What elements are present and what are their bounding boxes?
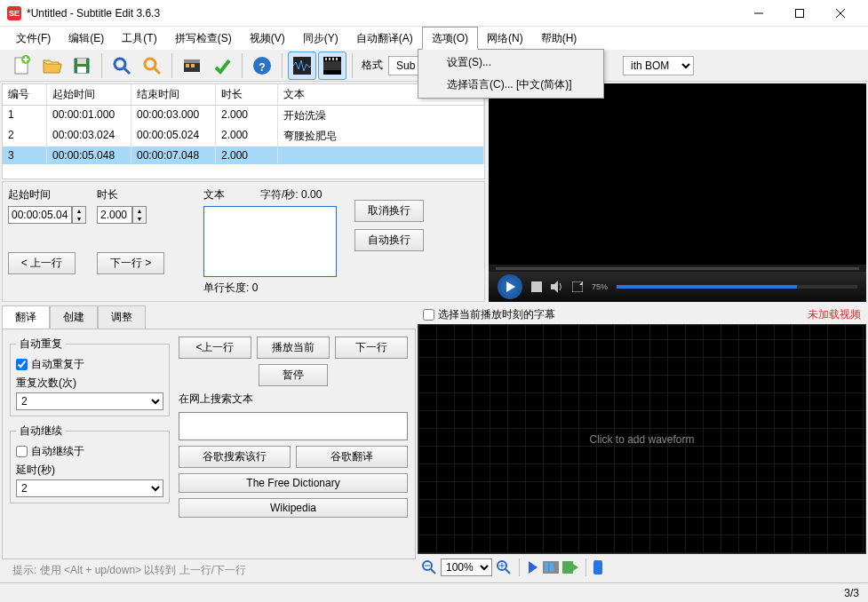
svg-rect-25 <box>325 58 327 60</box>
svg-rect-28 <box>336 58 338 60</box>
nav-next-button[interactable]: 下一行 <box>335 337 408 359</box>
menu-spellcheck[interactable]: 拼写检查(S) <box>166 27 241 50</box>
col-header-num[interactable]: 编号 <box>3 84 47 105</box>
waveform-toggle-icon[interactable] <box>288 51 316 80</box>
chevron-down-icon[interactable]: ▼ <box>73 215 85 223</box>
menu-video[interactable]: 视频(V) <box>241 27 294 50</box>
video-toggle-icon[interactable] <box>318 51 346 80</box>
wf-jump-icon[interactable] <box>562 561 578 574</box>
google-line-button[interactable]: 谷歌搜索该行 <box>179 446 291 468</box>
wikipedia-button[interactable]: Wikipedia <box>179 498 408 518</box>
prev-line-button[interactable]: < 上一行 <box>8 252 76 274</box>
zoom-in-icon[interactable] <box>496 559 512 575</box>
svg-text:?: ? <box>259 61 265 74</box>
video-seekbar[interactable] <box>496 267 859 270</box>
web-search-input[interactable] <box>179 412 408 440</box>
nav-play-button[interactable]: 播放当前 <box>257 337 330 359</box>
fullscreen-icon[interactable] <box>572 281 583 292</box>
cps-label: 字符/秒: 0.00 <box>260 187 322 202</box>
tab-adjust[interactable]: 调整 <box>98 305 146 329</box>
new-file-icon[interactable] <box>7 51 36 80</box>
table-row[interactable]: 100:00:01.00000:00:03.0002.000开始洗澡 <box>3 106 484 126</box>
menu-help[interactable]: 帮助(H) <box>532 27 586 50</box>
format-label: 格式 <box>358 58 386 73</box>
delay-select[interactable]: 2 <box>16 479 163 497</box>
start-time-label: 起始时间 <box>8 187 97 202</box>
video-display[interactable] <box>489 83 866 265</box>
waveform-slider[interactable] <box>593 560 863 574</box>
help-icon[interactable]: ? <box>248 51 276 80</box>
col-header-duration[interactable]: 时长 <box>216 84 278 105</box>
nav-prev-button[interactable]: <上一行 <box>179 337 251 359</box>
start-time-spinner[interactable]: ▲▼ <box>8 206 97 224</box>
chevron-down-icon[interactable]: ▼ <box>133 215 146 223</box>
list-body[interactable]: 100:00:01.00000:00:03.0002.000开始洗澡200:00… <box>3 106 484 178</box>
wf-play-icon[interactable] <box>527 561 539 574</box>
svg-rect-26 <box>329 58 330 60</box>
start-time-input[interactable] <box>8 206 72 224</box>
duration-input[interactable] <box>97 206 132 224</box>
col-header-start[interactable]: 起始时间 <box>47 84 131 105</box>
table-row[interactable]: 300:00:05.04800:00:07.0482.000 <box>3 147 484 164</box>
waveform-area[interactable]: Click to add waveform <box>418 324 866 554</box>
menu-network[interactable]: 网络(N) <box>478 27 532 50</box>
menu-tools[interactable]: 工具(T) <box>113 27 165 50</box>
autobreak-button[interactable]: 自动换行 <box>354 229 424 251</box>
dropdown-language[interactable]: 选择语言(C)... [中文(简体)] <box>420 74 601 96</box>
svg-rect-18 <box>191 64 195 67</box>
tab-create[interactable]: 创建 <box>50 305 98 329</box>
tab-content: 自动重复 自动重复于 重复次数(次) 2 自动继续 自动继续于 延时(秒) 2 … <box>2 329 416 559</box>
visual-sync-icon[interactable] <box>178 51 206 80</box>
web-search-label: 在网上搜索文本 <box>179 392 408 407</box>
auto-repeat-checkbox[interactable] <box>16 359 28 370</box>
find-icon[interactable] <box>108 51 136 80</box>
repeat-count-select[interactable]: 2 <box>16 392 163 410</box>
maximize-button[interactable] <box>779 0 820 27</box>
chevron-up-icon[interactable]: ▲ <box>73 207 85 215</box>
tfd-button[interactable]: The Free Dictionary <box>179 473 408 493</box>
auto-repeat-group: 自动重复 自动重复于 重复次数(次) 2 <box>10 337 170 416</box>
spellcheck-icon[interactable] <box>208 51 236 80</box>
stop-icon[interactable] <box>531 281 542 292</box>
minimize-button[interactable] <box>738 0 779 27</box>
svg-rect-9 <box>77 59 86 64</box>
waveform-placeholder: Click to add waveform <box>589 433 694 446</box>
zoom-out-icon[interactable] <box>421 559 437 575</box>
auto-continue-checkbox[interactable] <box>16 446 28 457</box>
menu-autotranslate[interactable]: 自动翻译(A) <box>347 27 422 50</box>
encoding-select[interactable]: ith BOM <box>623 56 694 75</box>
select-current-checkbox[interactable] <box>423 309 434 321</box>
replace-icon[interactable] <box>138 51 166 80</box>
svg-rect-27 <box>332 58 334 60</box>
google-translate-button[interactable]: 谷歌翻译 <box>296 446 408 468</box>
next-line-button[interactable]: 下一行 > <box>97 252 164 274</box>
duration-spinner[interactable]: ▲▼ <box>97 206 177 224</box>
nav-pause-button[interactable]: 暂停 <box>259 364 328 386</box>
zoom-select[interactable]: 100% <box>441 558 492 576</box>
col-header-end[interactable]: 结束时间 <box>131 84 216 105</box>
unbreak-button[interactable]: 取消换行 <box>354 200 424 222</box>
svg-rect-1 <box>796 9 804 17</box>
svg-line-14 <box>155 68 160 74</box>
volume-slider[interactable] <box>617 285 857 289</box>
tab-translate[interactable]: 翻译 <box>2 305 50 329</box>
menu-edit[interactable]: 编辑(E) <box>60 27 113 50</box>
play-button[interactable] <box>498 274 522 299</box>
wf-filmstrip-icon[interactable] <box>543 561 559 574</box>
menu-sync[interactable]: 同步(Y) <box>294 27 347 50</box>
volume-icon[interactable] <box>551 281 563 293</box>
bottom-row: 翻译 创建 调整 自动重复 自动重复于 重复次数(次) 2 自动继续 自动继续于… <box>2 305 866 581</box>
auto-continue-legend: 自动继续 <box>16 424 66 439</box>
subtitle-text-input[interactable] <box>203 206 337 277</box>
menu-options[interactable]: 选项(O) <box>422 27 478 50</box>
save-file-icon[interactable] <box>68 51 96 80</box>
svg-rect-43 <box>545 563 548 572</box>
dropdown-settings[interactable]: 设置(S)... <box>420 51 601 74</box>
table-row[interactable]: 200:00:03.02400:00:05.0242.000弯腰捡肥皂 <box>3 126 484 147</box>
menu-file[interactable]: 文件(F) <box>7 27 60 50</box>
close-button[interactable] <box>820 0 861 27</box>
chevron-up-icon[interactable]: ▲ <box>133 207 146 215</box>
auto-repeat-label: 自动重复于 <box>31 357 84 372</box>
open-file-icon[interactable] <box>37 51 66 80</box>
svg-marker-46 <box>573 564 578 571</box>
